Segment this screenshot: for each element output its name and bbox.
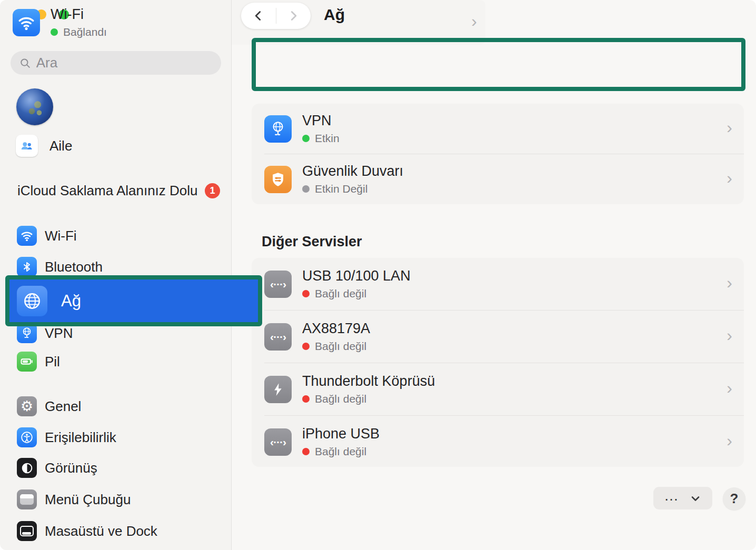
annotation-box-wifi bbox=[252, 38, 745, 91]
sidebar-item-label: Pil bbox=[45, 354, 60, 370]
wifi-icon bbox=[17, 226, 37, 246]
row-label: Güvenlik Duvarı bbox=[302, 163, 403, 179]
row-status: Bağlı değil bbox=[315, 287, 366, 300]
more-options-button[interactable]: … bbox=[653, 487, 712, 509]
vpn-icon bbox=[264, 115, 292, 143]
appearance-icon bbox=[17, 458, 37, 478]
row-label: VPN bbox=[302, 113, 340, 129]
status-dot-connected bbox=[51, 28, 58, 36]
menu-bar-icon bbox=[17, 489, 37, 509]
status-dot-disconnected bbox=[302, 448, 310, 455]
sidebar-item-label: VPN bbox=[45, 325, 73, 342]
sidebar-item-label: Menü Çubuğu bbox=[45, 492, 131, 508]
family-icon bbox=[16, 135, 38, 157]
sidebar-item-appearance[interactable]: Görünüş bbox=[11, 456, 221, 480]
status-dot-disconnected bbox=[302, 343, 310, 350]
search-field[interactable] bbox=[11, 51, 221, 75]
sidebar-item-label: Erişilebilirlik bbox=[45, 429, 116, 446]
sidebar-item-label: Ağ bbox=[61, 292, 81, 311]
row-label: Thunderbolt Köprüsü bbox=[302, 373, 435, 389]
sidebar-item-label: Görünüş bbox=[45, 460, 97, 476]
other-services-card: ‹···› USB 10/100 LAN Bağlı değil › ‹···›… bbox=[252, 258, 744, 467]
status-dot-disconnected bbox=[302, 395, 310, 403]
status-dot-active bbox=[302, 135, 310, 142]
sidebar-item-vpn[interactable]: VPN bbox=[11, 321, 221, 345]
chevron-right-icon: › bbox=[727, 118, 732, 137]
row-label: USB 10/100 LAN bbox=[302, 268, 411, 284]
thunderbolt-icon bbox=[264, 376, 292, 403]
sidebar-item-menubar[interactable]: Menü Çubuğu bbox=[11, 487, 221, 512]
sidebar-item-label: Masaüstü ve Dock bbox=[45, 523, 157, 539]
ax88179a-row[interactable]: ‹···› AX88179A Bağlı değil › bbox=[252, 311, 744, 363]
wifi-row[interactable]: Wi-Fi Bağlandı › bbox=[0, 0, 485, 45]
help-button[interactable]: ? bbox=[723, 487, 745, 510]
sidebar-item-label: Bluetooth bbox=[45, 259, 103, 275]
chevron-right-icon: › bbox=[727, 168, 732, 188]
bluetooth-icon bbox=[17, 257, 37, 277]
battery-icon bbox=[17, 352, 37, 372]
network-globe-icon bbox=[17, 286, 47, 316]
search-icon bbox=[19, 56, 32, 70]
sidebar-item-label: Wi-Fi bbox=[45, 228, 77, 244]
vpn-row[interactable]: VPN Etkin › bbox=[252, 104, 744, 154]
sidebar-item-network-selected[interactable]: Ağ bbox=[9, 279, 258, 322]
wifi-icon bbox=[13, 9, 40, 36]
row-status: Bağlı değil bbox=[315, 340, 366, 353]
row-status: Bağlı değil bbox=[315, 393, 366, 405]
notification-badge: 1 bbox=[205, 183, 220, 198]
system-settings-window: Aile iCloud Saklama Alanınız Dolu 1 Wi-F… bbox=[0, 0, 756, 550]
row-status: Etkin bbox=[315, 132, 340, 145]
search-input[interactable] bbox=[36, 55, 213, 71]
accessibility-icon bbox=[17, 427, 37, 447]
thunderbolt-bridge-row[interactable]: Thunderbolt Köprüsü Bağlı değil › bbox=[252, 363, 744, 415]
chevron-right-icon: › bbox=[727, 378, 732, 398]
sidebar-item-family[interactable]: Aile bbox=[16, 135, 72, 157]
sidebar-item-bluetooth[interactable]: Bluetooth bbox=[11, 255, 221, 279]
family-label: Aile bbox=[49, 138, 72, 154]
sidebar-item-accessibility[interactable]: Erişilebilirlik bbox=[11, 425, 221, 449]
sidebar-item-general[interactable]: ⚙ Genel bbox=[11, 394, 221, 418]
vpn-icon bbox=[17, 323, 37, 343]
user-avatar[interactable] bbox=[16, 88, 53, 125]
chevron-down-icon[interactable] bbox=[689, 492, 702, 505]
sidebar: Aile iCloud Saklama Alanınız Dolu 1 Wi-F… bbox=[0, 0, 232, 550]
row-status: Etkin Değil bbox=[315, 183, 367, 195]
section-title: Diğer Servisler bbox=[262, 234, 362, 250]
ethernet-icon: ‹···› bbox=[264, 323, 292, 351]
gear-icon: ⚙ bbox=[17, 396, 37, 416]
sidebar-item-desktop-dock[interactable]: Masaüstü ve Dock bbox=[11, 519, 221, 543]
row-status: Bağlandı bbox=[63, 26, 107, 38]
icloud-notice-label: iCloud Saklama Alanınız Dolu bbox=[17, 183, 198, 199]
status-dot-inactive bbox=[302, 185, 310, 193]
ethernet-icon: ‹···› bbox=[264, 428, 292, 456]
status-dot-disconnected bbox=[302, 290, 310, 297]
services-card: VPN Etkin › Güvenlik Duvarı Etkin Değil … bbox=[252, 104, 744, 204]
ethernet-icon: ‹···› bbox=[264, 271, 292, 298]
chevron-right-icon: › bbox=[471, 12, 477, 31]
row-label: Wi-Fi bbox=[51, 6, 107, 23]
sidebar-item-label: Genel bbox=[45, 398, 81, 415]
chevron-right-icon: › bbox=[727, 273, 732, 293]
firewall-row[interactable]: Güvenlik Duvarı Etkin Değil › bbox=[252, 154, 744, 204]
chevron-right-icon: › bbox=[727, 431, 732, 451]
sidebar-item-wifi[interactable]: Wi-Fi bbox=[11, 224, 221, 248]
desktop-dock-icon bbox=[17, 521, 37, 541]
sidebar-item-icloud-notice[interactable]: iCloud Saklama Alanınız Dolu 1 bbox=[17, 183, 220, 199]
sidebar-item-battery[interactable]: Pil bbox=[11, 349, 221, 374]
firewall-shield-icon bbox=[264, 166, 292, 193]
row-status: Bağlı değil bbox=[315, 445, 366, 458]
chevron-right-icon: › bbox=[727, 326, 732, 345]
iphone-usb-row[interactable]: ‹···› iPhone USB Bağlı değil › bbox=[252, 416, 744, 468]
row-label: AX88179A bbox=[302, 321, 370, 337]
row-label: iPhone USB bbox=[302, 426, 380, 442]
usb-lan-row[interactable]: ‹···› USB 10/100 LAN Bağlı değil › bbox=[252, 258, 744, 310]
